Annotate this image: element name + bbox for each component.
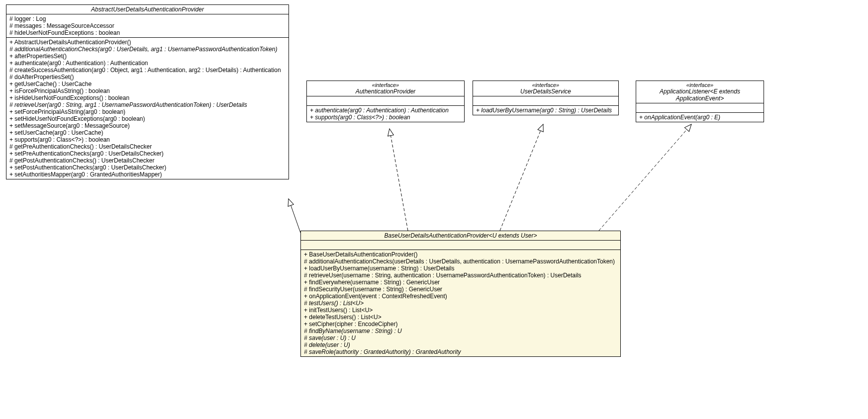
class-name: UserDetailsService [476, 88, 615, 95]
member-row: + setForcePrincipalAsString(arg0 : boole… [9, 108, 286, 115]
member-row: + onApplicationEvent(arg0 : E) [639, 114, 761, 121]
member-row: + setAuthoritiesMapper(arg0 : GrantedAut… [9, 171, 286, 178]
class-base-user-details-auth-provider: BaseUserDetailsAuthenticationProvider<U … [300, 231, 621, 357]
class-abstract-user-details-auth-provider: AbstractUserDetailsAuthenticationProvide… [6, 4, 289, 179]
member-row: + initTestUsers() : List<U> [304, 307, 617, 314]
member-row: + getUserCache() : UserCache [9, 81, 286, 87]
member-row: + setPreAuthenticationChecks(arg0 : User… [9, 150, 286, 157]
member-row: # retrieveUser(arg0 : String, arg1 : Use… [9, 101, 286, 108]
member-row: + supports(arg0 : Class<?>) : boolean [9, 136, 286, 143]
member-row: # hideUserNotFoundExceptions : boolean [9, 29, 286, 36]
attributes-section: # logger : Log# messages : MessageSource… [6, 14, 289, 38]
member-row: + isForcePrincipalAsString() : boolean [9, 87, 286, 94]
realization-line [389, 129, 408, 231]
member-row: + AbstractUserDetailsAuthenticationProvi… [9, 39, 286, 46]
member-row: + afterPropertiesSet() [9, 53, 286, 60]
realization-line [599, 124, 691, 231]
realization-line [500, 124, 543, 231]
attributes-section [301, 241, 620, 250]
member-row: # getPostAuthenticationChecks() : UserDe… [9, 157, 286, 164]
member-row: # doAfterPropertiesSet() [9, 74, 286, 81]
member-row: # getPreAuthenticationChecks() : UserDet… [9, 143, 286, 150]
member-row: + setUserCache(arg0 : UserCache) [9, 129, 286, 136]
member-row: # saveRole(authority : GrantedAuthority)… [304, 348, 617, 355]
member-row: + setHideUserNotFoundExceptions(arg0 : b… [9, 115, 286, 122]
operations-section: + loadUserByUsername(arg0 : String) : Us… [473, 106, 618, 115]
member-row: + loadUserByUsername(username : String) … [304, 265, 617, 272]
member-row: # createSuccessAuthentication(arg0 : Obj… [9, 67, 286, 74]
generalization-line [289, 199, 300, 233]
class-name: ApplicationListener<E extends Applicatio… [639, 88, 761, 102]
member-row: + supports(arg0 : Class<?>) : boolean [310, 114, 461, 121]
stereotype: «interface» [310, 82, 461, 88]
member-row: # additionalAuthenticationChecks(arg0 : … [9, 46, 286, 53]
operations-section: + BaseUserDetailsAuthenticationProvider(… [301, 250, 620, 356]
member-row: + onApplicationEvent(event : ContextRefr… [304, 293, 617, 300]
operations-section: + authenticate(arg0 : Authentication) : … [307, 106, 464, 122]
attributes-section [307, 96, 464, 106]
operations-section: + onApplicationEvent(arg0 : E) [636, 113, 764, 122]
attributes-section [473, 96, 618, 106]
member-row: # delete(user : U) [304, 341, 617, 348]
member-row: + authenticate(arg0 : Authentication) : … [9, 60, 286, 67]
member-row: # retrieveUser(username : String, authen… [304, 272, 617, 279]
member-row: + BaseUserDetailsAuthenticationProvider(… [304, 251, 617, 258]
class-name: AuthenticationProvider [310, 88, 461, 95]
member-row: + setMessageSource(arg0 : MessageSource) [9, 122, 286, 129]
member-row: # findSecurityUser(username : String) : … [304, 286, 617, 293]
member-row: + deleteTestUsers() : List<U> [304, 314, 617, 321]
member-row: + setPostAuthenticationChecks(arg0 : Use… [9, 164, 286, 171]
member-row: + loadUserByUsername(arg0 : String) : Us… [476, 107, 615, 114]
member-row: + isHideUserNotFoundExceptions() : boole… [9, 94, 286, 101]
operations-section: + AbstractUserDetailsAuthenticationProvi… [6, 38, 289, 179]
class-application-listener: «interface» ApplicationListener<E extend… [636, 81, 764, 122]
class-name: AbstractUserDetailsAuthenticationProvide… [9, 6, 286, 13]
member-row: # logger : Log [9, 15, 286, 22]
member-row: + authenticate(arg0 : Authentication) : … [310, 107, 461, 114]
member-row: + findEverywhere(username : String) : Ge… [304, 279, 617, 286]
member-row: # findByName(username : String) : U [304, 328, 617, 335]
member-row: # testUsers() : List<U> [304, 300, 617, 307]
class-name: BaseUserDetailsAuthenticationProvider<U … [304, 232, 617, 239]
stereotype: «interface» [476, 82, 615, 88]
member-row: + setCipher(cipher : EncodeCipher) [304, 321, 617, 328]
member-row: # additionalAuthenticationChecks(userDet… [304, 258, 617, 265]
attributes-section [636, 103, 764, 113]
member-row: # messages : MessageSourceAccessor [9, 22, 286, 29]
stereotype: «interface» [639, 82, 761, 88]
member-row: # save(user : U) : U [304, 335, 617, 341]
class-authentication-provider: «interface» AuthenticationProvider + aut… [306, 81, 465, 122]
class-user-details-service: «interface» UserDetailsService + loadUse… [473, 81, 619, 115]
